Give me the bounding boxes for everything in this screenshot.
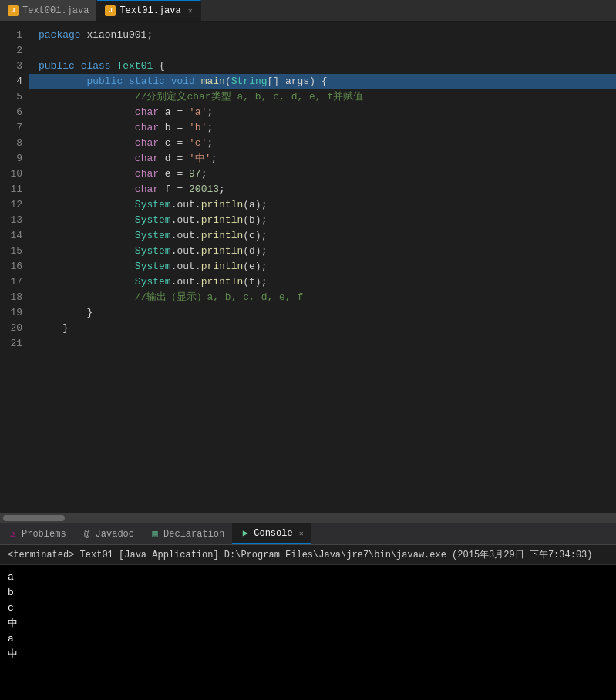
tab-problems-label: Problems	[22, 529, 66, 540]
editor-area: 123456789101112131415161718192021 packag…	[0, 22, 616, 513]
console-close-button[interactable]: ✕	[299, 529, 304, 538]
tab-declaration-label: Declaration	[163, 529, 224, 540]
bottom-tab-bar: Problems Javadoc Declaration Console ✕	[0, 523, 616, 545]
console-header: <terminated> Text01 [Java Application] D…	[0, 545, 616, 565]
bottom-panel: Problems Javadoc Declaration Console ✕ <…	[0, 523, 616, 700]
scrollbar-thumb[interactable]	[3, 515, 65, 521]
console-icon	[240, 528, 251, 539]
at-icon	[82, 529, 93, 540]
editor-horizontal-scrollbar[interactable]	[0, 513, 616, 523]
tab-text01[interactable]: J Text01.java ✕	[97, 0, 200, 21]
java-file-icon-active: J	[105, 5, 116, 16]
tab-label: Text001.java	[22, 5, 89, 16]
console-output: abc中a中	[0, 565, 616, 700]
tab-javadoc[interactable]: Javadoc	[74, 523, 142, 544]
code-content[interactable]: package xiaoniu001; public class Text01 …	[29, 22, 616, 513]
tab-declaration[interactable]: Declaration	[142, 523, 232, 544]
tab-console-label: Console	[254, 528, 292, 539]
tab-problems[interactable]: Problems	[0, 523, 74, 544]
line-numbers: 123456789101112131415161718192021	[0, 22, 29, 513]
tab-console[interactable]: Console ✕	[232, 523, 311, 544]
warning-icon	[8, 529, 19, 540]
declaration-icon	[150, 529, 160, 540]
editor-tab-bar: J Text001.java J Text01.java ✕	[0, 0, 616, 22]
tab-javadoc-label: Javadoc	[96, 529, 134, 540]
tab-close-button[interactable]: ✕	[188, 6, 193, 15]
tab-text001[interactable]: J Text001.java	[0, 0, 97, 21]
java-file-icon: J	[8, 5, 19, 16]
tab-label-active: Text01.java	[119, 5, 180, 16]
